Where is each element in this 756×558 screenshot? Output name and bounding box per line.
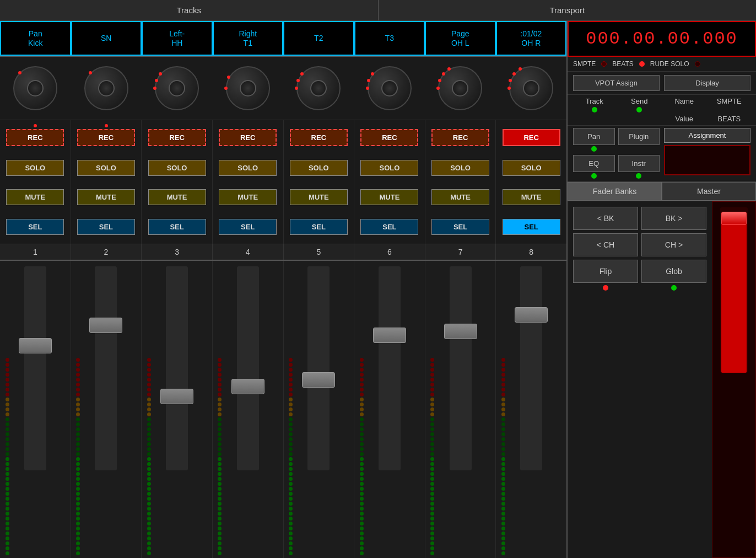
instr-cell: Instr (618, 155, 660, 179)
vu-dot (218, 358, 222, 362)
vu-dot (6, 536, 9, 540)
vu-dot (430, 517, 434, 521)
vu-dot (218, 447, 222, 451)
fader-handle-2[interactable] (89, 318, 122, 333)
channel-strip-1: RECSOLOMUTESEL (0, 120, 71, 244)
solo-button-2[interactable]: SOLO (77, 160, 135, 176)
vu-dot (360, 422, 364, 426)
vu-dot (360, 507, 364, 511)
ch-next-button[interactable]: CH > (641, 233, 706, 256)
solo-button-5[interactable]: SOLO (290, 160, 348, 176)
fader-handle-1[interactable] (19, 338, 52, 353)
vu-dot (147, 477, 151, 481)
vu-dot (6, 522, 9, 525)
fader-handle-7[interactable] (444, 324, 477, 339)
vu-dot (76, 427, 80, 431)
vpot-assign-button[interactable]: VPOT Assign (573, 75, 660, 91)
mute-button-7[interactable]: MUTE (431, 189, 489, 205)
sel-button-3[interactable]: SEL (148, 219, 206, 235)
master-fader-handle[interactable] (721, 212, 747, 225)
fader-handle-5[interactable] (302, 372, 335, 388)
fader-handle-6[interactable] (373, 328, 406, 343)
tab-transport[interactable]: Transport (379, 0, 757, 20)
knob-3[interactable] (155, 66, 199, 110)
solo-button-3[interactable]: SOLO (148, 160, 206, 176)
knob-cell-5[interactable] (283, 57, 354, 120)
master-button[interactable]: Master (662, 182, 756, 201)
glob-button[interactable]: Glob (641, 260, 706, 283)
solo-button-7[interactable]: SOLO (431, 160, 489, 176)
pan-button[interactable]: Pan (573, 128, 615, 145)
knob-cell-6[interactable] (354, 57, 425, 120)
sel-button-1[interactable]: SEL (6, 219, 64, 235)
display-button[interactable]: Display (664, 75, 750, 91)
tab-tracks[interactable]: Tracks (0, 0, 379, 20)
mute-button-1[interactable]: MUTE (6, 189, 64, 205)
flip-button[interactable]: Flip (573, 260, 638, 283)
rec-button-5[interactable]: REC (290, 129, 348, 146)
vu-dot (501, 551, 505, 555)
vu-dot (430, 427, 434, 431)
rec-button-7[interactable]: REC (431, 129, 489, 146)
rec-button-8[interactable]: REC (503, 129, 560, 146)
knob-cell-1[interactable] (0, 57, 71, 120)
knob-6[interactable] (368, 66, 412, 110)
fader-banks-button[interactable]: Fader Banks (568, 182, 662, 201)
fader-handle-8[interactable] (515, 307, 548, 323)
bk-next-button[interactable]: BK > (641, 207, 706, 230)
knob-cell-2[interactable] (71, 57, 142, 120)
knob-7[interactable] (438, 66, 482, 110)
rec-button-3[interactable]: REC (148, 129, 206, 146)
vu-dot (147, 393, 151, 396)
sel-button-2[interactable]: SEL (77, 219, 135, 235)
knob-8[interactable] (509, 66, 553, 110)
vu-dot (289, 412, 293, 416)
sel-button-5[interactable]: SEL (290, 219, 348, 235)
knob-cell-8[interactable] (496, 57, 567, 120)
sel-button-6[interactable]: SEL (360, 219, 418, 235)
ch-prev-button[interactable]: < CH (573, 233, 638, 256)
vu-dot (501, 403, 505, 406)
mute-button-5[interactable]: MUTE (290, 189, 348, 205)
knob-cell-7[interactable] (425, 57, 496, 120)
vu-dot (289, 482, 293, 486)
sel-button-7[interactable]: SEL (431, 219, 489, 235)
vu-dot (360, 432, 364, 436)
instr-led (636, 173, 641, 179)
solo-button-8[interactable]: SOLO (503, 160, 560, 176)
sel-button-4[interactable]: SEL (219, 219, 277, 235)
rec-button-2[interactable]: REC (77, 129, 135, 146)
instr-button[interactable]: Instr (618, 155, 660, 172)
mute-button-3[interactable]: MUTE (148, 189, 206, 205)
rec-button-4[interactable]: REC (219, 129, 277, 146)
knob-2[interactable] (84, 66, 128, 110)
vu-dot (147, 497, 151, 501)
eq-button[interactable]: EQ (573, 155, 615, 172)
fader-handle-4[interactable] (231, 379, 264, 394)
rec-button-1[interactable]: REC (6, 129, 64, 146)
knob-led-dot (300, 72, 304, 76)
mute-button-4[interactable]: MUTE (219, 189, 277, 205)
vu-dot (289, 417, 293, 421)
rec-button-6[interactable]: REC (360, 129, 418, 146)
vu-dot (360, 546, 364, 550)
vu-dot (360, 437, 364, 441)
plugin-button[interactable]: Plugin (618, 128, 660, 145)
mute-button-2[interactable]: MUTE (77, 189, 135, 205)
solo-button-1[interactable]: SOLO (6, 160, 64, 176)
assignment-button[interactable]: Assignment (664, 128, 750, 143)
fader-handle-3[interactable] (160, 389, 193, 404)
vu-dot (360, 541, 364, 545)
knob-1[interactable] (13, 66, 57, 110)
knob-4[interactable] (226, 66, 270, 110)
bk-prev-button[interactable]: < BK (573, 207, 638, 230)
mute-button-8[interactable]: MUTE (503, 189, 560, 205)
knob-cell-3[interactable] (142, 57, 213, 120)
vu-dot (6, 472, 9, 476)
knob-5[interactable] (296, 66, 341, 110)
solo-button-6[interactable]: SOLO (360, 160, 418, 176)
mute-button-6[interactable]: MUTE (360, 189, 418, 205)
solo-button-4[interactable]: SOLO (219, 160, 277, 176)
sel-button-8[interactable]: SEL (503, 219, 560, 235)
knob-cell-4[interactable] (213, 57, 284, 120)
